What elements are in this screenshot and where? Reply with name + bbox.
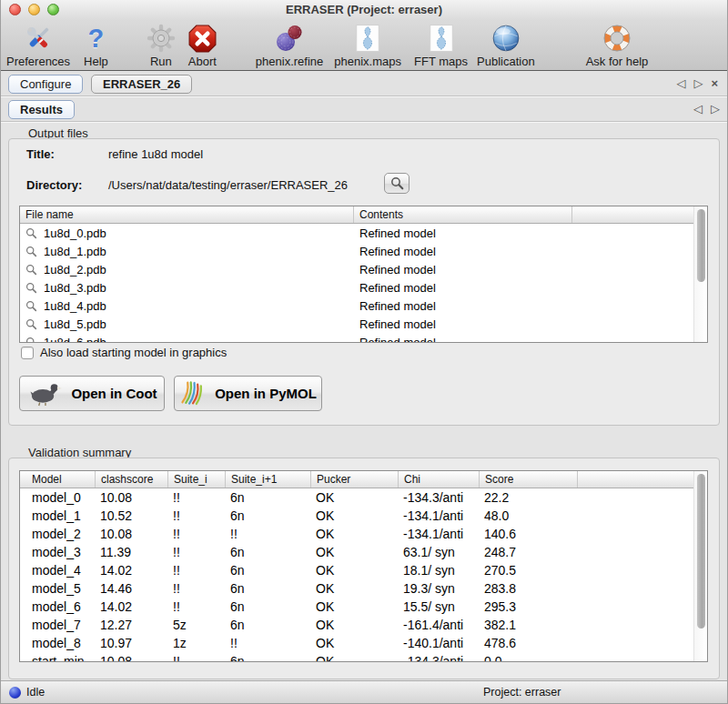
suite-i1-cell: !! bbox=[226, 636, 311, 650]
browse-directory-button[interactable] bbox=[384, 173, 410, 194]
clashscore-cell: 14.02 bbox=[96, 563, 168, 578]
chi-cell: -134.3/anti bbox=[399, 654, 480, 661]
load-starting-model-checkbox-row: Also load starting model in graphics bbox=[21, 346, 227, 359]
subtab-scroll-left-icon[interactable]: ◁ bbox=[693, 101, 703, 117]
tab-erraser-26[interactable]: ERRASER_26 bbox=[91, 75, 192, 94]
score-cell: 140.6 bbox=[480, 527, 578, 541]
toolbar-button-run[interactable]: Run bbox=[147, 22, 176, 70]
tab-scroll-right-icon[interactable]: ▷ bbox=[693, 75, 703, 92]
file-magnifier-icon bbox=[25, 282, 37, 294]
column-header-pucker[interactable]: Pucker bbox=[311, 471, 399, 488]
toolbar-label-help: Help bbox=[84, 55, 108, 68]
open-in-coot-label: Open in Coot bbox=[71, 386, 157, 401]
tab-results[interactable]: Results bbox=[8, 100, 75, 119]
toolbar-label-preferences: Preferences bbox=[6, 55, 70, 68]
file-contents-cell: Refined model bbox=[354, 226, 436, 240]
zoom-window-button[interactable] bbox=[47, 4, 59, 15]
validation-row[interactable]: model_3 11.39 !! 6n OK 63.1/ syn 248.7 bbox=[20, 543, 693, 561]
column-header-clashscore[interactable]: clashscore bbox=[96, 471, 168, 488]
validation-table-scrollbar-thumb[interactable] bbox=[697, 474, 705, 629]
model-cell: model_6 bbox=[20, 599, 96, 614]
toolbar-button-preferences[interactable]: Preferences bbox=[6, 22, 70, 70]
file-row[interactable]: 1u8d_5.pdb Refined model bbox=[20, 315, 693, 333]
open-in-coot-button[interactable]: Open in Coot bbox=[19, 376, 165, 411]
toolbar-button-abort[interactable]: Abort bbox=[187, 22, 217, 70]
toolbar-label-abort: Abort bbox=[188, 55, 217, 68]
model-cell: model_2 bbox=[20, 527, 96, 541]
validation-row[interactable]: model_8 10.97 1z !! OK -140.1/anti 478.6 bbox=[20, 634, 693, 652]
validation-row[interactable]: model_7 12.27 5z 6n OK -161.4/anti 382.1 bbox=[20, 616, 693, 634]
subtab-scroll-right-icon[interactable]: ▷ bbox=[711, 101, 720, 117]
run-gear-icon bbox=[147, 22, 176, 55]
validation-row[interactable]: model_1 10.52 !! 6n OK -134.1/anti 48.0 bbox=[20, 507, 693, 525]
file-row[interactable]: 1u8d_1.pdb Refined model bbox=[20, 242, 693, 260]
pucker-cell: OK bbox=[311, 527, 399, 541]
file-contents-cell: Refined model bbox=[354, 336, 436, 343]
tab-configure[interactable]: Configure bbox=[8, 75, 83, 94]
clashscore-cell: 10.08 bbox=[96, 490, 168, 505]
validation-row[interactable]: model_5 14.46 !! 6n OK 19.3/ syn 283.8 bbox=[20, 579, 693, 598]
column-header-suite-i[interactable]: Suite_i bbox=[168, 471, 226, 488]
file-row[interactable]: 1u8d_2.pdb Refined model bbox=[20, 260, 693, 278]
toolbar-button-phenix-maps[interactable]: phenix.maps bbox=[334, 22, 401, 70]
tab-scroll-left-icon[interactable]: ◁ bbox=[676, 75, 685, 92]
file-contents-cell: Refined model bbox=[354, 317, 436, 331]
file-contents-cell: Refined model bbox=[354, 299, 436, 313]
file-magnifier-icon bbox=[25, 227, 37, 239]
open-in-pymol-button[interactable]: Open in PyMOL bbox=[174, 376, 322, 411]
score-cell: 248.7 bbox=[480, 545, 578, 559]
directory-field-label: Directory: bbox=[26, 178, 82, 192]
validation-table-scrollbar[interactable] bbox=[693, 471, 707, 661]
suite-i1-cell: !! bbox=[226, 527, 311, 541]
column-header-chi[interactable]: Chi bbox=[399, 471, 480, 488]
toolbar-label-run: Run bbox=[150, 55, 172, 68]
close-window-button[interactable] bbox=[9, 4, 21, 15]
file-contents-cell: Refined model bbox=[354, 263, 436, 277]
file-row[interactable]: 1u8d_0.pdb Refined model bbox=[20, 224, 693, 242]
column-header-contents[interactable]: Contents bbox=[354, 206, 572, 223]
file-name-cell: 1u8d_6.pdb bbox=[44, 336, 106, 343]
suite-i-cell: !! bbox=[168, 545, 226, 559]
file-table-scrollbar-thumb[interactable] bbox=[697, 209, 705, 282]
pucker-cell: OK bbox=[311, 545, 399, 559]
column-header-score[interactable]: Score bbox=[480, 471, 578, 488]
column-header-suite-i1[interactable]: Suite_i+1 bbox=[226, 471, 311, 488]
model-cell: model_4 bbox=[20, 563, 96, 578]
toolbar-label-phenix-refine: phenix.refine bbox=[256, 55, 323, 68]
load-starting-model-checkbox[interactable] bbox=[21, 347, 34, 359]
file-name-cell: 1u8d_3.pdb bbox=[44, 281, 106, 295]
model-cell: model_5 bbox=[20, 581, 96, 596]
chi-cell: 19.3/ syn bbox=[399, 581, 480, 596]
validation-row[interactable]: model_0 10.08 !! 6n OK -134.3/anti 22.2 bbox=[20, 488, 693, 507]
suite-i1-cell: 6n bbox=[226, 599, 311, 614]
file-table-header: File name Contents bbox=[20, 206, 707, 224]
validation-row[interactable]: model_6 14.02 !! 6n OK 15.5/ syn 295.3 bbox=[20, 598, 693, 616]
toolbar-button-ask-for-help[interactable]: Ask for help bbox=[586, 22, 649, 70]
score-cell: 48.0 bbox=[480, 508, 578, 523]
pucker-cell: OK bbox=[311, 636, 399, 650]
validation-row[interactable]: model_4 14.02 !! 6n OK 18.1/ syn 270.5 bbox=[20, 561, 693, 579]
pymol-ribbon-icon bbox=[179, 380, 207, 407]
model-cell: start_min bbox=[20, 654, 96, 661]
file-table-scrollbar[interactable] bbox=[693, 206, 707, 342]
toolbar-label-phenix-maps: phenix.maps bbox=[334, 55, 401, 68]
validation-row[interactable]: start_min 10.08 !! 6n OK -134.3/anti 0.0 bbox=[20, 652, 693, 661]
clashscore-cell: 14.46 bbox=[96, 581, 168, 596]
toolbar-button-help[interactable]: ? Help bbox=[84, 22, 108, 70]
column-header-file-name[interactable]: File name bbox=[20, 206, 354, 223]
file-name-cell: 1u8d_1.pdb bbox=[44, 245, 106, 258]
toolbar-button-phenix-refine[interactable]: phenix.refine bbox=[256, 22, 323, 70]
toolbar-button-fft-maps[interactable]: FFT maps bbox=[414, 22, 468, 70]
column-header-model[interactable]: Model bbox=[20, 471, 96, 488]
validation-row[interactable]: model_2 10.08 !! !! OK -134.1/anti 140.6 bbox=[20, 525, 693, 543]
publication-globe-icon bbox=[491, 22, 521, 55]
minimize-window-button[interactable] bbox=[28, 4, 40, 15]
toolbar-button-publication[interactable]: Publication bbox=[477, 22, 535, 70]
file-row[interactable]: 1u8d_6.pdb Refined model bbox=[20, 333, 693, 342]
file-row[interactable]: 1u8d_3.pdb Refined model bbox=[20, 278, 693, 297]
pucker-cell: OK bbox=[311, 599, 399, 614]
tab-close-icon[interactable]: × bbox=[711, 75, 718, 92]
status-bar: Idle Project: erraser bbox=[1, 680, 727, 703]
coot-bird-icon bbox=[26, 380, 63, 407]
file-row[interactable]: 1u8d_4.pdb Refined model bbox=[20, 297, 693, 315]
